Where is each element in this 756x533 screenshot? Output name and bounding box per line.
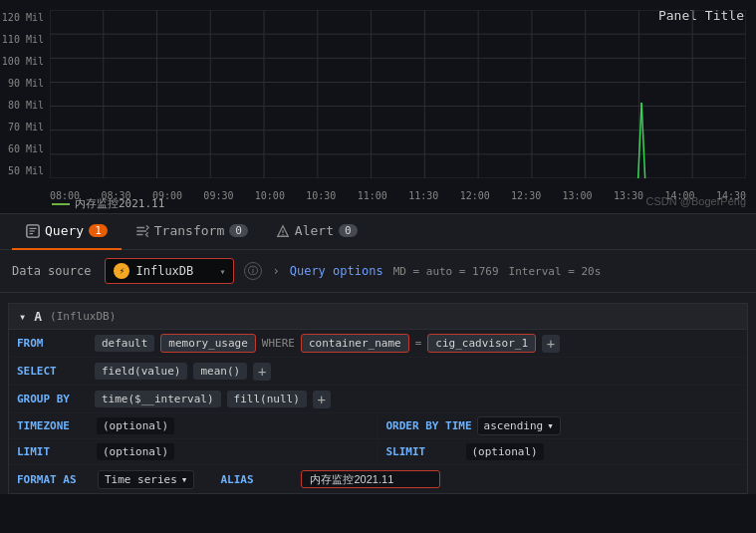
from-label: FROM xyxy=(17,337,89,350)
query-blocks-container: ▾ A (InfluxDB) FROM default memory_usage… xyxy=(0,293,756,494)
y-axis: 120 Mil 110 Mil 100 Mil 90 Mil 80 Mil 70… xyxy=(0,10,50,178)
y-label-5: 70 Mil xyxy=(8,122,44,133)
watermark: CSDN @BogerPeng xyxy=(646,195,746,207)
chart-svg xyxy=(50,10,746,178)
query-letter: A xyxy=(34,309,42,324)
tab-transform-label: Transform xyxy=(154,223,224,238)
groupby-row: GROUP BY time($__interval) fill(null) + xyxy=(9,386,747,413)
query-block-a: ▾ A (InfluxDB) FROM default memory_usage… xyxy=(8,303,748,494)
md-info: MD = auto = 1769 xyxy=(393,265,499,278)
add-condition-button[interactable]: + xyxy=(542,335,560,353)
from-measurement[interactable]: memory_usage xyxy=(160,334,255,353)
add-select-button[interactable]: + xyxy=(253,363,271,381)
tab-query[interactable]: Query 1 xyxy=(12,214,122,250)
timezone-cell: TIMEZONE (optional) xyxy=(9,413,378,439)
y-label-2: 100 Mil xyxy=(2,56,44,67)
from-default[interactable]: default xyxy=(95,335,154,352)
condition-key[interactable]: container_name xyxy=(301,334,409,353)
datasource-row: Data source ⚡ InfluxDB ▾ ⓘ › Query optio… xyxy=(0,250,756,293)
timezone-label: TIMEZONE xyxy=(17,419,92,432)
y-label-4: 80 Mil xyxy=(8,100,44,111)
chevron-down-icon: ▾ xyxy=(219,266,225,277)
condition-val[interactable]: cig_cadvisor_1 xyxy=(427,334,536,353)
y-label-7: 50 Mil xyxy=(8,165,44,176)
format-alias-row: FORMAT AS Time series ▾ ALIAS xyxy=(9,465,747,493)
alias-label: ALIAS xyxy=(220,473,295,486)
chart-svg-area xyxy=(50,10,746,178)
query-icon xyxy=(26,224,40,238)
formatas-chevron: ▾ xyxy=(181,473,188,486)
tab-query-badge: 1 xyxy=(89,224,108,237)
legend-label: 内存监控2021.11 xyxy=(75,196,164,211)
query-panel: Data source ⚡ InfluxDB ▾ ⓘ › Query optio… xyxy=(0,250,756,494)
orderby-cell: ORDER BY TIME ascending ▾ xyxy=(378,413,748,439)
svg-line-23 xyxy=(641,103,644,178)
interval-info: Interval = 20s xyxy=(509,265,602,278)
select-field[interactable]: field(value) xyxy=(95,363,187,380)
collapse-icon: ▾ xyxy=(19,310,26,324)
from-row: FROM default memory_usage WHERE containe… xyxy=(9,330,747,358)
orderby-value: ascending xyxy=(484,419,544,432)
orderby-chevron: ▾ xyxy=(547,419,554,432)
datasource-label: Data source xyxy=(12,264,91,278)
svg-point-29 xyxy=(282,233,283,234)
tab-alert[interactable]: Alert 0 xyxy=(262,214,372,250)
select-func[interactable]: mean() xyxy=(193,363,247,380)
tab-transform[interactable]: Transform 0 xyxy=(122,214,262,250)
select-label: SELECT xyxy=(17,365,89,378)
timezone-orderby-grid: TIMEZONE (optional) ORDER BY TIME ascend… xyxy=(9,413,747,439)
formatas-value: Time series xyxy=(105,473,177,486)
tab-transform-badge: 0 xyxy=(229,224,248,237)
limit-value[interactable]: (optional) xyxy=(97,443,174,460)
tab-alert-label: Alert xyxy=(295,223,334,238)
add-groupby-button[interactable]: + xyxy=(313,391,331,408)
query-options-link[interactable]: Query options xyxy=(290,264,383,278)
y-label-6: 60 Mil xyxy=(8,143,44,154)
limit-slimit-grid: LIMIT (optional) SLIMIT (optional) xyxy=(9,439,747,465)
groupby-label: GROUP BY xyxy=(17,393,89,405)
orderby-select[interactable]: ascending ▾ xyxy=(477,416,561,435)
limit-cell: LIMIT (optional) xyxy=(9,439,378,465)
query-block-header[interactable]: ▾ A (InfluxDB) xyxy=(9,304,747,330)
where-keyword: WHERE xyxy=(262,337,295,350)
select-row: SELECT field(value) mean() + xyxy=(9,358,747,386)
tab-alert-badge: 0 xyxy=(339,224,358,237)
slimit-value[interactable]: (optional) xyxy=(466,443,544,460)
legend-color xyxy=(52,203,70,205)
timezone-value[interactable]: (optional) xyxy=(97,417,174,434)
y-label-0: 120 Mil xyxy=(2,12,44,23)
datasource-name: InfluxDB xyxy=(135,264,213,278)
limit-label: LIMIT xyxy=(17,445,92,458)
influxdb-icon: ⚡ xyxy=(114,263,129,279)
orderby-label: ORDER BY TIME xyxy=(386,419,472,432)
query-db-label: (InfluxDB) xyxy=(50,310,116,323)
datasource-select[interactable]: ⚡ InfluxDB ▾ xyxy=(105,258,234,284)
tabs-bar: Query 1 Transform 0 Alert 0 xyxy=(0,214,756,250)
y-label-3: 90 Mil xyxy=(8,78,44,89)
transform-icon xyxy=(135,224,149,238)
alias-input[interactable] xyxy=(301,470,440,488)
groupby-time[interactable]: time($__interval) xyxy=(95,391,221,407)
formatas-label: FORMAT AS xyxy=(17,473,92,486)
y-label-1: 110 Mil xyxy=(2,34,44,45)
tab-query-label: Query xyxy=(45,223,84,238)
slimit-label: SLIMIT xyxy=(386,445,461,458)
alert-icon xyxy=(276,224,290,238)
condition-op: = xyxy=(415,337,422,350)
groupby-fill[interactable]: fill(null) xyxy=(227,391,307,407)
formatas-select[interactable]: Time series ▾ xyxy=(98,470,194,489)
chart-panel: Panel Title 120 Mil 110 Mil 100 Mil 90 M… xyxy=(0,0,756,214)
right-arrow-icon: › xyxy=(272,264,279,278)
chart-legend: 内存监控2021.11 xyxy=(52,196,164,211)
slimit-cell: SLIMIT (optional) xyxy=(378,439,748,465)
info-icon[interactable]: ⓘ xyxy=(244,262,262,280)
